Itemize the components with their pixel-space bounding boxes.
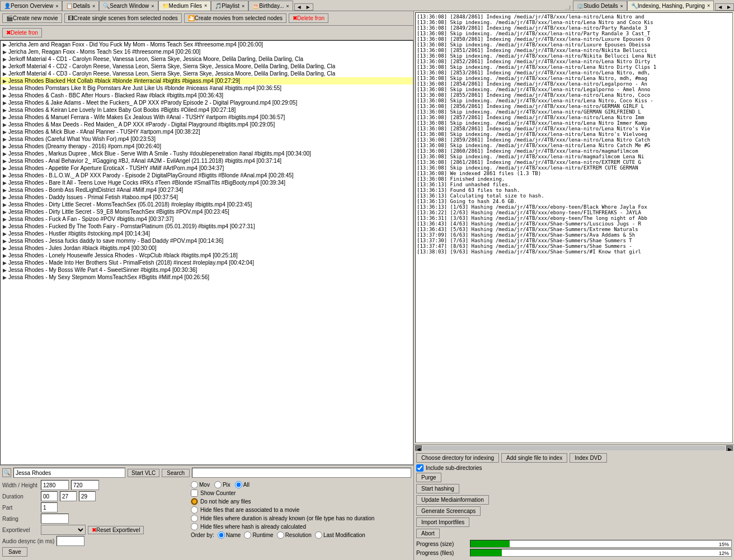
- start-vlc-button[interactable]: Start VLC: [128, 469, 159, 477]
- file-item[interactable]: ▶Jessa Rhodes - Made Into Her Brothers S…: [1, 259, 413, 266]
- reset-exportlevel-button[interactable]: ✖ Reset Exportlevel: [88, 526, 144, 534]
- hide-duration-radio[interactable]: [191, 515, 198, 522]
- log-hscroll-right[interactable]: ►: [726, 445, 733, 451]
- log-area[interactable]: [13:36:08] [2848/2861] Indexing /media/j…: [415, 12, 733, 443]
- file-item[interactable]: ▶Jessa Rhodes & Mick Blue - #Anal Planne…: [1, 128, 413, 135]
- tab-close-studio[interactable]: ×: [620, 3, 623, 9]
- file-item[interactable]: ▶Jessa Rhodes Pornstars Like It Big Porn…: [1, 84, 413, 92]
- import-button[interactable]: Import Importfiles: [416, 517, 469, 527]
- format-all-input[interactable]: [235, 481, 242, 488]
- search-input[interactable]: [13, 468, 125, 478]
- search-text-field[interactable]: [192, 468, 411, 478]
- order-modification-radio[interactable]: Last Modification: [315, 531, 365, 539]
- part-input[interactable]: [41, 502, 58, 512]
- file-item[interactable]: ▶Jessa Rhodes - Jules Jordan #black #big…: [1, 244, 413, 252]
- save-button[interactable]: Save: [2, 547, 27, 557]
- file-item[interactable]: ▶Jessa Rhodes & Manuel Ferrara - Wife Ma…: [1, 114, 413, 121]
- format-mov-input[interactable]: [191, 481, 198, 488]
- start-hashing-button[interactable]: Start hashing: [416, 484, 459, 493]
- file-item[interactable]: ▶Jessa Rhodes - My Sexy Stepmom MomsTeac…: [1, 274, 413, 281]
- file-item[interactable]: ▶Jessa Rhodes Blacked Hot Collab #black …: [1, 77, 413, 84]
- width-input[interactable]: [41, 480, 69, 490]
- update-media-button[interactable]: Update Mediainformation: [416, 495, 489, 505]
- create-movies-button[interactable]: 🎦 Create movies from selected nodes: [184, 13, 286, 23]
- order-runtime-input[interactable]: [244, 531, 251, 539]
- add-single-file-button[interactable]: Add single file to index: [501, 453, 567, 463]
- file-item[interactable]: ▶Jessa Rhodes - Bare It All - Teens Love…: [1, 179, 413, 186]
- search-icon-btn[interactable]: 🔍: [2, 468, 11, 477]
- order-resolution-radio[interactable]: Resolution: [277, 531, 312, 539]
- file-item[interactable]: ▶Jericha Jem and Reagan Foxx - Did You F…: [1, 41, 413, 48]
- search-button[interactable]: Search: [162, 469, 190, 477]
- hide-movie-radio[interactable]: [191, 506, 198, 514]
- order-name-input[interactable]: [218, 531, 225, 539]
- tab-details[interactable]: 📋 Details ×: [62, 1, 99, 11]
- format-mov-radio[interactable]: Mov: [191, 481, 210, 488]
- tab-close-medium[interactable]: ×: [204, 3, 207, 8]
- show-counter-checkbox[interactable]: [191, 490, 198, 497]
- log-hscroll[interactable]: ◄ ►: [414, 444, 734, 451]
- file-item[interactable]: ▶Jessa Rhodes - Appetite For Aperture Er…: [1, 164, 413, 172]
- log-hscroll-left[interactable]: ◄: [415, 445, 422, 451]
- create-single-scenes-button[interactable]: 🎞 Create single scenes from selected nod…: [64, 13, 182, 23]
- file-item[interactable]: ▶Jessa Rhodes - Lonely Housewife Jessica…: [1, 252, 413, 259]
- format-all-radio[interactable]: All: [235, 481, 250, 488]
- file-item[interactable]: ▶Jessa Rhodes - Bomb Ass RedLightDistric…: [1, 186, 413, 194]
- tab-close-indexing[interactable]: ×: [707, 3, 710, 8]
- duration-s-input[interactable]: [79, 491, 96, 501]
- file-item[interactable]: ▶Jessa Rhodes & Keiran Lee Lovely In Lat…: [1, 106, 413, 114]
- order-name-radio[interactable]: Name: [218, 531, 241, 539]
- file-item[interactable]: ▶Jessa Rhodes (Dreamy therapy - 2016) #p…: [1, 143, 413, 150]
- include-sub-checkbox[interactable]: [416, 464, 424, 472]
- order-runtime-radio[interactable]: Runtime: [244, 531, 273, 539]
- file-item[interactable]: ▶Jessa Rhodes - My Bosss Wife Part 4 - S…: [1, 266, 413, 274]
- format-pix-input[interactable]: [214, 481, 222, 488]
- rating-input[interactable]: [41, 514, 69, 524]
- tab-close-birthday[interactable]: ×: [286, 3, 289, 9]
- tab-scroll-right[interactable]: ►: [304, 4, 313, 10]
- file-item[interactable]: ▶Jerkoff Material 4 - CD2 - Carolyn Rees…: [1, 63, 413, 70]
- tab-close-search[interactable]: ×: [151, 3, 154, 9]
- index-dvd-button[interactable]: Index DVD: [570, 453, 606, 463]
- duration-h-input[interactable]: [41, 491, 58, 501]
- do-not-hide-radio[interactable]: [191, 498, 198, 505]
- file-list[interactable]: ▶Jericha Jem and Reagan Foxx - Did You F…: [0, 40, 413, 465]
- file-item[interactable]: ▶Jessa Rhodes - B.L.O.W._ A DP XXX Parod…: [1, 172, 413, 179]
- file-item[interactable]: ▶Jessa Rhodes - Hustler #bigtits #stocki…: [1, 230, 413, 237]
- duration-m-input[interactable]: [60, 491, 77, 501]
- file-item[interactable]: ▶Jessa Rhodes & Max Deeds - Red Maiden_ …: [1, 121, 413, 128]
- delete-button-1[interactable]: ✖ Delete fron: [289, 13, 328, 23]
- file-item[interactable]: ▶Jerkoff Material 4 - CD3 - Carolyn Rees…: [1, 70, 413, 77]
- purge-button[interactable]: Purge: [416, 473, 441, 482]
- file-item[interactable]: ▶Jessa Rhodes & Cash - BBC After Hours -…: [1, 92, 413, 99]
- tab-close-playlist[interactable]: ×: [242, 3, 244, 9]
- format-pix-radio[interactable]: Pix: [214, 481, 230, 488]
- file-item[interactable]: ▶Jessa Rhodes - Fucked By The Tooth Fair…: [1, 223, 413, 230]
- tab-person-overview[interactable]: 👤 Person Overview ×: [0, 1, 62, 11]
- file-item[interactable]: ▶Jessa Rhodes , Markus Dupree , Mick Blu…: [1, 150, 413, 157]
- tab-studio-details[interactable]: 🏢 Studio Details ×: [573, 1, 627, 11]
- hide-hash-radio[interactable]: [191, 523, 198, 530]
- right-tab-scroll-right[interactable]: ►: [724, 4, 733, 10]
- delete-button-2[interactable]: ✖ Delete fron: [2, 28, 42, 37]
- height-input[interactable]: [71, 480, 99, 490]
- generate-screencaps-button[interactable]: Generate Screencaps: [416, 506, 481, 516]
- file-item[interactable]: ▶Jessa Rhodes - Dirty Little Secret - Mo…: [1, 201, 413, 208]
- tab-close-details[interactable]: ×: [92, 3, 95, 9]
- file-item[interactable]: ▶Jerkoff Material 4 - CD1 - Carolyn Rees…: [1, 55, 413, 63]
- choose-dir-button[interactable]: Choose directory for indexing: [416, 453, 499, 463]
- file-item[interactable]: ▶Jericha Jem, Reagan Foxx - Moms Teach S…: [1, 48, 413, 55]
- abort-button[interactable]: Abort: [416, 529, 440, 538]
- tab-indexing[interactable]: 🔧 Indexing, Hashing, Purging ×: [627, 1, 714, 11]
- new-movie-button[interactable]: 🎬 Create new movie: [2, 13, 62, 23]
- tab-scroll-left[interactable]: ◄: [295, 4, 304, 10]
- order-modification-input[interactable]: [315, 531, 322, 539]
- exportlevel-select[interactable]: [41, 525, 86, 535]
- file-item[interactable]: ▶Jessa Rhodes - Anal Behavior 2_ #Gaggin…: [1, 157, 413, 164]
- tab-birthday[interactable]: 🎂 Birthday... ×: [248, 1, 293, 11]
- tab-playlist[interactable]: 🎵 Playlist ×: [211, 1, 248, 11]
- file-item[interactable]: ▶Jessa Rhodes - Dirty Little Secret - S9…: [1, 208, 413, 215]
- right-tab-scroll-left[interactable]: ◄: [716, 4, 724, 10]
- file-item[interactable]: ▶Jessa Rhodes & Jake Adams - Meet the Fu…: [1, 99, 413, 106]
- audio-input[interactable]: [57, 536, 84, 546]
